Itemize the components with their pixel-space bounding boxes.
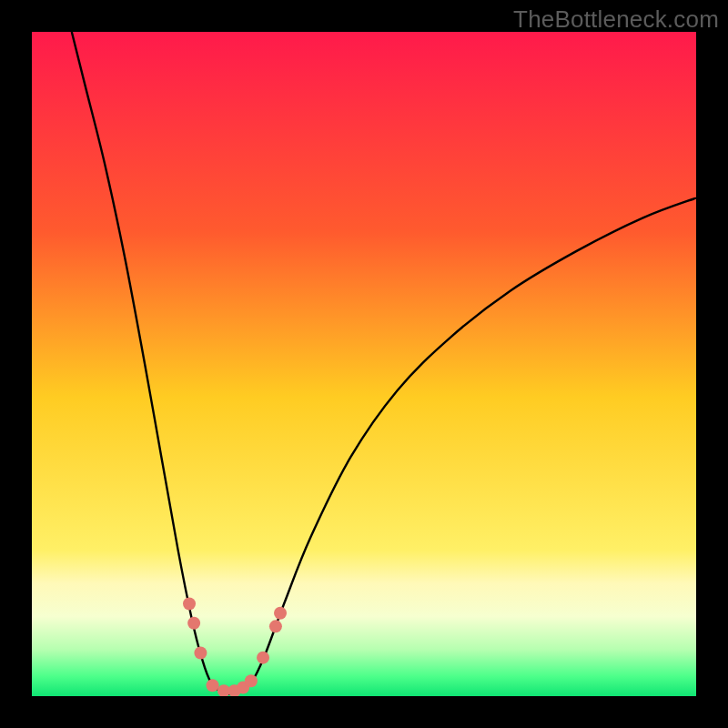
outer-frame: TheBottleneck.com: [0, 0, 728, 728]
data-marker: [183, 598, 196, 611]
watermark-text: TheBottleneck.com: [513, 5, 719, 34]
plot-area: [32, 32, 696, 696]
gradient-bg: [32, 32, 696, 696]
data-marker: [187, 617, 200, 630]
data-marker: [269, 620, 282, 632]
data-marker: [245, 674, 258, 687]
data-marker: [257, 652, 269, 664]
chart-svg: [32, 32, 696, 696]
data-marker: [207, 679, 219, 692]
data-marker: [274, 607, 287, 620]
data-marker: [194, 647, 207, 660]
